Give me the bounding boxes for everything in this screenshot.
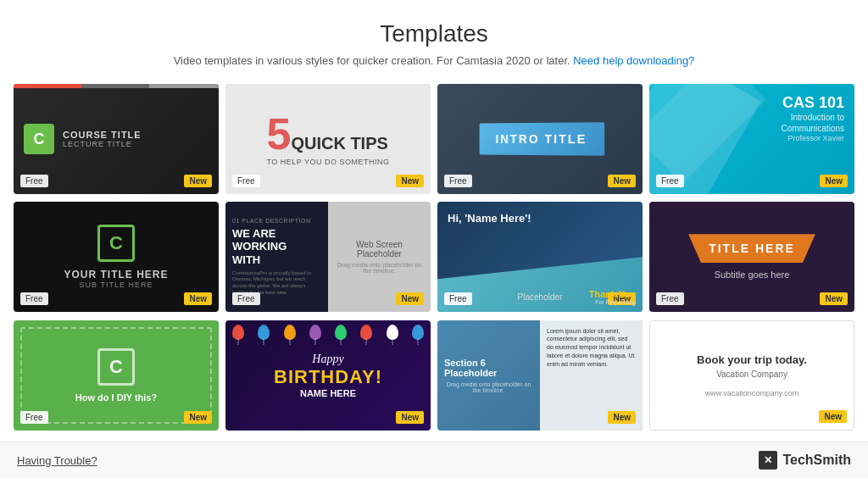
page-title: Templates [17, 20, 851, 47]
template-card-7[interactable]: Hi, 'Name Here'! Placeholder Thank You F… [437, 202, 643, 312]
badge-free-9: Free [20, 411, 48, 424]
badge-new-3: New [608, 175, 636, 187]
card-11-left: Section 6 Placeholder Drag media onto pl… [437, 320, 540, 431]
template-card-12[interactable]: Book your trip today. Vacation Company w… [649, 320, 854, 431]
intro-ribbon: INTRO TITLE [479, 122, 604, 155]
badge-new-6: New [396, 292, 424, 305]
card-4-text: CAS 101 Introduction toCommunications Pr… [782, 94, 844, 142]
badge-new-12: New [819, 410, 847, 423]
techsmith-logo: ✕ TechSmith [759, 451, 851, 470]
card-8-ribbon: TITLE HERE [688, 234, 815, 263]
template-card-3[interactable]: INTRO TITLE Free New [437, 84, 643, 194]
template-card-9[interactable]: C How do I DIY this? Free New [14, 320, 219, 431]
template-card-5[interactable]: C YOUR TITLE HERE SUB TITLE HERE Free Ne… [14, 202, 219, 312]
template-card-4[interactable]: CAS 101 Introduction toCommunications Pr… [649, 84, 854, 194]
badge-free-4: Free [656, 175, 684, 187]
card-5-logo: C [97, 225, 135, 262]
card-5-text: YOUR TITLE HERE SUB TITLE HERE [64, 269, 168, 289]
badge-new-2: New [396, 175, 424, 187]
template-card-10[interactable]: Happy BIRTHDAY! NAME HERE New [225, 320, 431, 431]
techsmith-icon: ✕ [759, 451, 777, 470]
badge-new-4: New [820, 175, 848, 187]
having-trouble-link[interactable]: Having Trouble? [17, 454, 97, 467]
card-7-thankyou: Thank You For Requesting [589, 289, 636, 305]
template-card-6[interactable]: 01 PLACE DESCRIPTION WE AREWORKINGWITH C… [225, 202, 431, 312]
help-link[interactable]: Need help downloading? [573, 54, 694, 67]
template-card-1[interactable]: C COURSE TITLE LECTURE TITLE Free New [14, 84, 219, 194]
badge-new-5: New [184, 292, 212, 305]
card-1-stripes [14, 84, 219, 88]
badge-free-3: Free [444, 175, 472, 187]
badge-free-8: Free [656, 292, 684, 305]
badge-new-8: New [820, 292, 848, 305]
badge-new-11: New [608, 411, 636, 424]
templates-grid: C COURSE TITLE LECTURE TITLE Free New 5Q… [0, 74, 868, 442]
badge-free-1: Free [20, 175, 48, 187]
page-footer: Having Trouble? ✕ TechSmith [0, 442, 868, 478]
badge-free-6: Free [232, 292, 260, 305]
template-card-2[interactable]: 5QUICK TIPS TO HELP YOU DO SOMETHING Fre… [225, 84, 431, 194]
balloons [225, 325, 431, 340]
badge-new-1: New [184, 175, 212, 187]
camtasia-logo-1: C [24, 124, 54, 154]
page-header: Templates Video templates in various sty… [0, 0, 868, 74]
template-card-11[interactable]: Section 6 Placeholder Drag media onto pl… [437, 320, 643, 431]
card-1-text: COURSE TITLE LECTURE TITLE [63, 130, 142, 148]
techsmith-label: TechSmith [782, 453, 851, 468]
page-description: Video templates in various styles for qu… [17, 54, 851, 67]
badge-new-10: New [396, 411, 424, 424]
template-card-8[interactable]: TITLE HERE Subtitle goes here Free New [649, 202, 854, 312]
card-2-content: 5QUICK TIPS TO HELP YOU DO SOMETHING [256, 102, 399, 176]
badge-free-5: Free [20, 292, 48, 305]
badge-free-2: Free [232, 175, 260, 187]
card-9-logo: C [97, 348, 135, 386]
badge-new-9: New [184, 411, 212, 424]
